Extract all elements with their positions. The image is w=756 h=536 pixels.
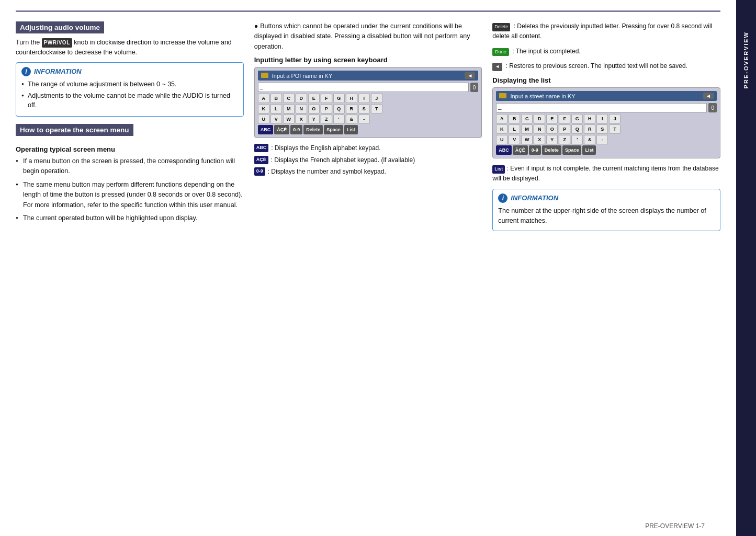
kb2-key-K[interactable]: K: [496, 124, 507, 134]
kb1-abc-btn[interactable]: ABC: [258, 125, 274, 134]
audio-section-title: Adjusting audio volume: [16, 21, 104, 33]
kb2-abc-btn[interactable]: ABC: [496, 145, 512, 155]
kb2-key-apos[interactable]: ': [571, 135, 583, 144]
back-text: : Restores to previous screen. The input…: [506, 62, 687, 70]
kb1-row3: U V W X Y Z ' & -: [258, 115, 479, 124]
info-item-1-2: Adjustments to the volume cannot be made…: [21, 91, 238, 111]
kb2-key-V[interactable]: V: [509, 135, 520, 144]
kb1-key-F[interactable]: F: [321, 94, 332, 103]
kb2-space-btn[interactable]: Space: [562, 145, 582, 155]
kb2-list-btn[interactable]: List: [582, 145, 596, 155]
kb1-delete-btn[interactable]: Delete: [303, 125, 323, 134]
kb1-key-A[interactable]: A: [258, 94, 269, 103]
keyboard-title: Inputting letter by using screen keyboar…: [254, 56, 482, 64]
kb1-key-M[interactable]: M: [283, 104, 295, 113]
kb1-key-apos[interactable]: ': [333, 115, 345, 124]
kb2-key-L[interactable]: L: [509, 124, 520, 134]
kb2-key-Y[interactable]: Y: [546, 135, 558, 144]
abc-desc-text: : Displays the English alphabet keypad.: [271, 143, 380, 153]
kb1-09-btn[interactable]: 0-9: [290, 125, 302, 134]
kb1-key-O[interactable]: O: [308, 104, 320, 113]
kb2-09-btn[interactable]: 0-9: [529, 145, 541, 155]
kb2-back-btn[interactable]: ◄: [703, 93, 714, 99]
kb1-key-I[interactable]: I: [358, 94, 370, 103]
column-2: ●Buttons which cannot be operated under …: [254, 21, 482, 238]
kb2-key-T[interactable]: T: [609, 124, 620, 134]
kb1-key-N[interactable]: N: [296, 104, 307, 113]
kb1-list-btn[interactable]: List: [344, 125, 358, 134]
kb1-key-C[interactable]: C: [283, 94, 295, 103]
back-desc: ◄ : Restores to previous screen. The inp…: [492, 61, 720, 71]
kb1-count: 0: [470, 83, 479, 92]
kb1-key-H[interactable]: H: [346, 94, 357, 103]
kb2-key-O[interactable]: O: [546, 124, 558, 134]
kb1-space-btn[interactable]: Space: [324, 125, 343, 134]
kb2-key-E[interactable]: E: [546, 114, 558, 123]
info-icon-1: i: [21, 67, 31, 76]
kb2-key-A[interactable]: A: [496, 114, 507, 123]
kb2-key-J[interactable]: J: [609, 114, 620, 123]
kb1-key-J[interactable]: J: [371, 94, 382, 103]
kb2-key-R[interactable]: R: [584, 124, 595, 134]
kb2-key-G[interactable]: G: [571, 114, 583, 123]
kb-desc-list: ABC : Displays the English alphabet keyp…: [254, 143, 482, 177]
kb1-back-btn[interactable]: ◄: [465, 72, 475, 79]
kb2-key-M[interactable]: M: [521, 124, 533, 134]
info-icon-2: i: [498, 193, 507, 203]
list-badge: List: [492, 165, 505, 174]
kb1-key-Q[interactable]: Q: [333, 104, 345, 113]
kb2-icon: [499, 93, 506, 98]
audio-body-text1: Turn the: [16, 39, 40, 46]
kb1-input-field[interactable]: _: [258, 83, 469, 92]
kb2-ace-btn[interactable]: ÀÇÈ: [513, 145, 528, 155]
info-header-text-1: INFORMATION: [34, 67, 82, 75]
kb2-title: Input a street name in KY: [510, 93, 575, 99]
kb1-key-R[interactable]: R: [346, 104, 357, 113]
kb2-input-field[interactable]: _: [496, 103, 707, 112]
kb2-key-W[interactable]: W: [521, 135, 533, 144]
kb2-key-P[interactable]: P: [559, 124, 570, 134]
kb2-key-N[interactable]: N: [534, 124, 545, 134]
kb1-key-U[interactable]: U: [258, 115, 269, 124]
kb1-key-K[interactable]: K: [258, 104, 269, 113]
kb2-key-C[interactable]: C: [521, 114, 533, 123]
kb1-key-E[interactable]: E: [308, 94, 320, 103]
kb1-key-L[interactable]: L: [270, 104, 282, 113]
kb1-key-G[interactable]: G: [333, 94, 345, 103]
kb2-delete-btn[interactable]: Delete: [542, 145, 561, 155]
kb1-icon: [261, 73, 268, 78]
column-3: Delete : Deletes the previously inputted…: [492, 21, 720, 238]
kb2-key-B[interactable]: B: [509, 114, 520, 123]
footer-bar: PRE-OVERVIEW 1-7: [645, 522, 705, 530]
kb2-key-I[interactable]: I: [596, 114, 608, 123]
kb1-key-W[interactable]: W: [283, 115, 295, 124]
kb1-key-X[interactable]: X: [296, 115, 307, 124]
kb1-bottom-row: ABC ÀÇÈ 0-9 Delete Space List: [258, 125, 479, 134]
kb2-key-Q[interactable]: Q: [571, 124, 583, 134]
kb2-key-H[interactable]: H: [584, 114, 595, 123]
kb1-key-B[interactable]: B: [270, 94, 282, 103]
kb1-key-amp[interactable]: &: [346, 115, 357, 124]
kb1-key-Y[interactable]: Y: [308, 115, 320, 124]
kb1-ace-btn[interactable]: ÀÇÈ: [274, 125, 289, 134]
kb2-key-X[interactable]: X: [534, 135, 545, 144]
audio-body: Turn the PWR/VOL knob in clockwise direc…: [16, 38, 244, 58]
kb2-key-amp[interactable]: &: [584, 135, 595, 144]
delete-text: : Deletes the previously inputted letter…: [492, 22, 712, 40]
kb2-key-S[interactable]: S: [596, 124, 608, 134]
kb1-key-T[interactable]: T: [371, 104, 382, 113]
kb1-key-dash[interactable]: -: [358, 115, 370, 124]
kb1-key-Z[interactable]: Z: [321, 115, 332, 124]
kb2-key-U[interactable]: U: [496, 135, 507, 144]
kb2-key-D[interactable]: D: [534, 114, 545, 123]
kb2-key-Z[interactable]: Z: [559, 135, 570, 144]
kb1-key-D[interactable]: D: [296, 94, 307, 103]
kb2-key-dash[interactable]: -: [596, 135, 608, 144]
kb1-row1: A B C D E F G H I J: [258, 94, 479, 103]
kb1-key-P[interactable]: P: [321, 104, 332, 113]
kb1-key-S[interactable]: S: [358, 104, 370, 113]
kb1-key-V[interactable]: V: [270, 115, 282, 124]
kb2-key-F[interactable]: F: [559, 114, 570, 123]
desc-abc: ABC : Displays the English alphabet keyp…: [254, 143, 482, 153]
keyboard-ui-2: Input a street name in KY ◄ _ 0 A B C D …: [492, 87, 720, 158]
